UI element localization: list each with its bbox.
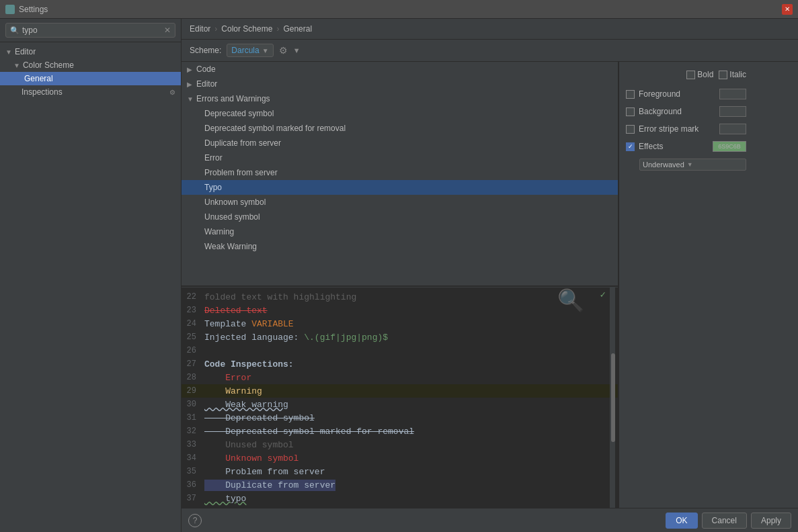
line-content-34: Unknown symbol — [202, 453, 618, 463]
sidebar-item-color-scheme-label: Color Scheme — [23, 60, 74, 70]
ct-item-weak-warning[interactable]: Weak Warning — [182, 239, 618, 254]
line-content-33: Unused symbol — [202, 440, 618, 450]
ct-item-typo[interactable]: Typo — [182, 180, 618, 195]
breadcrumb: Editor › Color Scheme › General — [182, 19, 798, 40]
foreground-checkbox[interactable] — [626, 90, 635, 99]
close-button[interactable]: ✕ — [782, 4, 793, 15]
line-content-23: Deleted text — [202, 306, 618, 316]
scheme-dropdown-arrow: ▼ — [262, 47, 269, 54]
effects-dropdown-arrow: ▼ — [687, 161, 693, 168]
tree-panel: ▶ Code ▶ Editor ▼ Errors and Warnings — [182, 62, 619, 508]
effects-color-box[interactable]: 6S9C6B — [713, 141, 746, 152]
checkmark-icon: ✓ — [600, 289, 606, 300]
ct-item-warning[interactable]: Warning — [182, 224, 618, 239]
preview-line-25: 25 Injected language: \.(gif|jpg|png)$ — [182, 330, 618, 344]
apply-button[interactable]: Apply — [751, 513, 791, 529]
line-num-33: 33 — [182, 440, 202, 449]
background-checkbox[interactable] — [626, 107, 635, 116]
split-pane: ▶ Code ▶ Editor ▼ Errors and Warnings — [182, 62, 798, 508]
error-stripe-color-box[interactable] — [719, 124, 746, 134]
sidebar-item-color-scheme[interactable]: ▼ Color Scheme — [0, 58, 181, 72]
sidebar-item-inspections-label: Inspections — [22, 87, 63, 97]
ok-button[interactable]: OK — [666, 513, 697, 529]
ct-item-deprecated-removal[interactable]: Deprecated symbol marked for removal — [182, 121, 618, 136]
ct-item-deprecated[interactable]: Deprecated symbol — [182, 106, 618, 121]
sidebar-item-general[interactable]: General — [0, 72, 181, 85]
preview-area-wrapper: ✓ 🔍 22 folded text with highli — [182, 285, 618, 508]
scheme-label: Scheme: — [190, 46, 221, 55]
effects-label: Effects — [639, 142, 709, 151]
foreground-row: Foreground — [626, 89, 746, 99]
ct-label-deprecated: Deprecated symbol — [204, 109, 274, 118]
line-content-35: Problem from server — [202, 467, 618, 477]
error-stripe-row: Error stripe mark — [626, 124, 746, 134]
ct-item-duplicate[interactable]: Duplicate from server — [182, 136, 618, 150]
preview-panel: ✓ 🔍 22 folded text with highli — [182, 287, 618, 508]
italic-checkbox[interactable] — [719, 71, 727, 79]
main-layout: 🔍 ✕ ▼ Editor ▼ Color Scheme General — [0, 19, 798, 532]
ct-label-error: Error — [204, 153, 223, 163]
italic-checkbox-wrap[interactable]: Italic — [719, 70, 746, 79]
line-num-27: 27 — [182, 359, 202, 369]
ct-arrow-editor: ▶ — [187, 81, 194, 88]
preview-line-22: 22 folded text with highlighting — [182, 290, 618, 304]
line-num-35: 35 — [182, 467, 202, 476]
ct-arrow-errors: ▼ — [187, 95, 194, 103]
effects-checkbox[interactable] — [626, 142, 635, 151]
scheme-settings-icon[interactable]: ▼ — [293, 46, 301, 54]
sidebar-item-editor[interactable]: ▼ Editor — [0, 45, 181, 58]
help-button[interactable]: ? — [188, 514, 202, 527]
ct-item-editor[interactable]: ▶ Editor — [182, 77, 618, 91]
search-input-wrap[interactable]: 🔍 ✕ — [5, 23, 175, 38]
background-row: Background — [626, 106, 746, 117]
line-num-22: 22 — [182, 292, 202, 302]
ct-item-code[interactable]: ▶ Code — [182, 62, 618, 77]
preview-line-24: 24 Template VARIABLE — [182, 317, 618, 330]
line-num-30: 30 — [182, 400, 202, 409]
preview-line-30: 30 Weak warning — [182, 398, 618, 411]
ct-label-unused: Unused symbol — [204, 212, 260, 222]
line-content-27: Code Inspections: — [202, 359, 618, 369]
breadcrumb-color-scheme[interactable]: Color Scheme — [221, 24, 272, 34]
tree-arrow-editor: ▼ — [5, 48, 12, 56]
ct-label-warning: Warning — [204, 227, 234, 236]
breadcrumb-general[interactable]: General — [283, 24, 312, 34]
effects-type-value: Underwaved — [643, 161, 684, 169]
line-content-25: Injected language: \.(gif|jpg|png)$ — [202, 332, 618, 343]
sidebar-item-inspections[interactable]: Inspections ⚙ — [0, 85, 181, 99]
ct-item-error[interactable]: Error — [182, 150, 618, 165]
effects-row: Effects 6S9C6B — [626, 141, 746, 152]
sidebar-tree: ▼ Editor ▼ Color Scheme General Inspecti… — [0, 42, 181, 532]
bold-checkbox-wrap[interactable]: Bold — [686, 70, 713, 79]
cancel-button[interactable]: Cancel — [702, 513, 747, 529]
line-content-28: Error — [202, 373, 618, 383]
scroll-thumb[interactable] — [611, 353, 615, 441]
breadcrumb-editor[interactable]: Editor — [190, 24, 210, 34]
ct-label-unknown: Unknown symbol — [204, 197, 266, 207]
ct-item-unknown[interactable]: Unknown symbol — [182, 195, 618, 210]
line-content-37: typo — [202, 494, 618, 504]
ct-item-errors-warnings[interactable]: ▼ Errors and Warnings — [182, 91, 618, 106]
scheme-gear-icon[interactable]: ⚙ — [279, 45, 288, 56]
effects-type-select[interactable]: Underwaved ▼ — [639, 159, 746, 171]
background-color-box[interactable] — [719, 106, 746, 117]
breadcrumb-sep2: › — [276, 24, 279, 34]
search-input[interactable] — [22, 26, 161, 35]
line-num-24: 24 — [182, 319, 202, 328]
ct-item-unused[interactable]: Unused symbol — [182, 210, 618, 224]
foreground-color-box[interactable] — [719, 89, 746, 99]
content-area: Editor › Color Scheme › General Scheme: … — [182, 19, 798, 532]
line-num-25: 25 — [182, 332, 202, 342]
preview-line-29: 29 Warning — [182, 384, 618, 398]
bold-checkbox[interactable] — [686, 71, 695, 79]
error-stripe-checkbox[interactable] — [626, 125, 635, 134]
sidebar-item-editor-label: Editor — [15, 47, 36, 56]
search-clear-icon[interactable]: ✕ — [164, 26, 171, 35]
scheme-value: Darcula — [231, 46, 259, 55]
italic-label: Italic — [729, 70, 746, 79]
scheme-select[interactable]: Darcula ▼ — [227, 44, 273, 57]
ct-item-problem[interactable]: Problem from server — [182, 165, 618, 180]
window-title: Settings — [19, 5, 48, 14]
line-content-36: Duplicate from server — [202, 480, 618, 490]
line-num-23: 23 — [182, 306, 202, 315]
